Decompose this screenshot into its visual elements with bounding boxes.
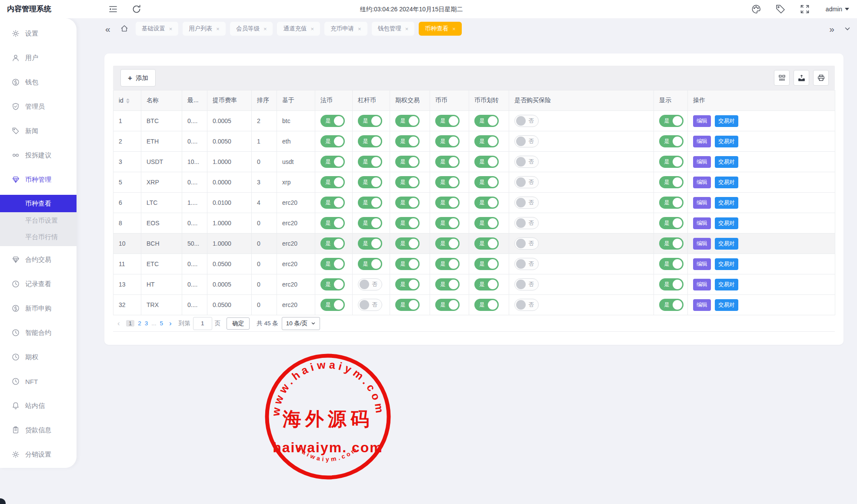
menu-collapse-icon[interactable] (108, 4, 118, 14)
fiat-toggle[interactable]: 是 (320, 176, 345, 188)
trade-pair-button[interactable]: 交易对 (715, 258, 738, 270)
close-icon[interactable]: × (358, 26, 361, 32)
transfer-toggle[interactable]: 是 (474, 176, 499, 188)
confirm-button[interactable]: 确定 (227, 317, 250, 330)
edit-button[interactable]: 编辑 (693, 156, 711, 168)
trade-pair-button[interactable]: 交易对 (715, 197, 738, 209)
show-toggle[interactable]: 是 (659, 217, 684, 229)
show-toggle[interactable]: 是 (659, 115, 684, 127)
option-toggle[interactable]: 是 (395, 176, 420, 188)
add-button[interactable]: + 添加 (120, 69, 156, 87)
tab-channel-recharge[interactable]: 通道充值× (277, 22, 320, 36)
lever-toggle[interactable]: 是 (358, 258, 382, 270)
corner-widget[interactable] (0, 498, 6, 504)
transfer-toggle[interactable]: 是 (474, 197, 499, 209)
insurance-toggle[interactable]: 否 (514, 197, 539, 209)
page-size-select[interactable]: 10 条/页 (282, 317, 320, 330)
insurance-toggle[interactable]: 否 (514, 135, 539, 147)
insurance-toggle[interactable]: 否 (514, 156, 539, 168)
theme-palette-icon[interactable] (751, 4, 761, 14)
show-toggle[interactable]: 是 (659, 237, 684, 250)
lever-toggle[interactable]: 是 (358, 197, 382, 209)
tabs-scroll-right-icon[interactable]: » (829, 24, 834, 33)
page-button-5[interactable]: 5 (160, 320, 163, 327)
sidebar-item-news[interactable]: 新闻 (0, 122, 77, 140)
edit-button[interactable]: 编辑 (693, 115, 711, 127)
tab-basic-settings[interactable]: 基础设置× (136, 22, 179, 36)
sidebar-item-wallet[interactable]: 钱包 (0, 73, 77, 91)
close-icon[interactable]: × (169, 26, 173, 32)
tab-user-list[interactable]: 用户列表× (183, 22, 226, 36)
coin-toggle[interactable]: 是 (435, 115, 460, 127)
page-button-3[interactable]: 3 (145, 320, 148, 327)
fiat-toggle[interactable]: 是 (320, 278, 345, 290)
sidebar-item-users[interactable]: 用户 (0, 49, 77, 67)
insurance-toggle[interactable]: 否 (514, 176, 539, 188)
lever-toggle[interactable]: 否 (358, 278, 382, 290)
next-page-icon[interactable]: › (165, 319, 176, 328)
fiat-toggle[interactable]: 是 (320, 237, 345, 250)
show-toggle[interactable]: 是 (659, 176, 684, 188)
fiat-toggle[interactable]: 是 (320, 258, 345, 270)
tag-icon[interactable] (775, 4, 786, 14)
insurance-toggle[interactable]: 否 (514, 237, 539, 250)
sidebar-subitem-platform-coin-market[interactable]: 平台币行情 (0, 229, 77, 245)
trade-pair-button[interactable]: 交易对 (715, 136, 738, 147)
edit-button[interactable]: 编辑 (693, 238, 711, 250)
trade-pair-button[interactable]: 交易对 (715, 177, 738, 188)
coin-toggle[interactable]: 是 (435, 156, 460, 168)
option-toggle[interactable]: 是 (395, 217, 420, 229)
export-icon[interactable] (794, 70, 809, 86)
home-icon[interactable] (120, 24, 129, 33)
close-icon[interactable]: × (310, 26, 314, 32)
goto-page-input[interactable] (193, 317, 212, 330)
insurance-toggle[interactable]: 否 (514, 258, 539, 270)
transfer-toggle[interactable]: 是 (474, 299, 499, 311)
close-icon[interactable]: × (405, 26, 409, 32)
lever-toggle[interactable]: 是 (358, 115, 382, 127)
sidebar-item-record-view[interactable]: 记录查看 (0, 275, 77, 293)
coin-toggle[interactable]: 是 (435, 299, 460, 311)
insurance-toggle[interactable]: 否 (514, 217, 539, 229)
sidebar-item-smart-contract[interactable]: 智能合约 (0, 324, 77, 342)
page-button-2[interactable]: 2 (138, 320, 141, 327)
sidebar-subitem-currency-view[interactable]: 币种查看 (0, 195, 77, 212)
sort-icon[interactable] (126, 98, 130, 103)
lever-toggle[interactable]: 是 (358, 237, 382, 250)
insurance-toggle[interactable]: 否 (514, 115, 539, 127)
transfer-toggle[interactable]: 是 (474, 258, 499, 270)
coin-toggle[interactable]: 是 (435, 278, 460, 290)
fiat-toggle[interactable]: 是 (320, 299, 345, 311)
sidebar-item-nft[interactable]: NFT (0, 372, 77, 391)
sidebar-item-new-coin-subscribe[interactable]: 新币申购 (0, 299, 77, 317)
tab-member-level[interactable]: 会员等级× (230, 22, 273, 36)
fiat-toggle[interactable]: 是 (320, 217, 345, 229)
sidebar-item-settings[interactable]: 设置 (0, 24, 77, 43)
fiat-toggle[interactable]: 是 (320, 135, 345, 147)
option-toggle[interactable]: 是 (395, 237, 420, 250)
close-icon[interactable]: × (216, 26, 220, 32)
close-icon[interactable]: × (263, 26, 267, 32)
show-toggle[interactable]: 是 (659, 299, 684, 311)
close-icon[interactable]: × (452, 26, 456, 32)
print-icon[interactable] (813, 70, 829, 86)
sidebar-subitem-platform-coin-settings[interactable]: 平台币设置 (0, 212, 77, 229)
lever-toggle[interactable]: 是 (358, 217, 382, 229)
option-toggle[interactable]: 是 (395, 299, 420, 311)
transfer-toggle[interactable]: 是 (474, 278, 499, 290)
transfer-toggle[interactable]: 是 (474, 135, 499, 147)
tab-wallet-manage[interactable]: 钱包管理× (372, 22, 415, 36)
tabs-menu-chevron-icon[interactable] (844, 25, 851, 32)
refresh-icon[interactable] (131, 4, 142, 14)
user-menu[interactable]: admin (826, 0, 849, 18)
show-toggle[interactable]: 是 (659, 197, 684, 209)
fullscreen-icon[interactable] (800, 4, 810, 14)
trade-pair-button[interactable]: 交易对 (715, 238, 738, 250)
show-toggle[interactable]: 是 (659, 156, 684, 168)
transfer-toggle[interactable]: 是 (474, 237, 499, 250)
trade-pair-button[interactable]: 交易对 (715, 279, 738, 290)
insurance-toggle[interactable]: 否 (514, 278, 539, 290)
coin-toggle[interactable]: 是 (435, 176, 460, 188)
insurance-toggle[interactable]: 否 (514, 299, 539, 311)
trade-pair-button[interactable]: 交易对 (715, 156, 738, 168)
